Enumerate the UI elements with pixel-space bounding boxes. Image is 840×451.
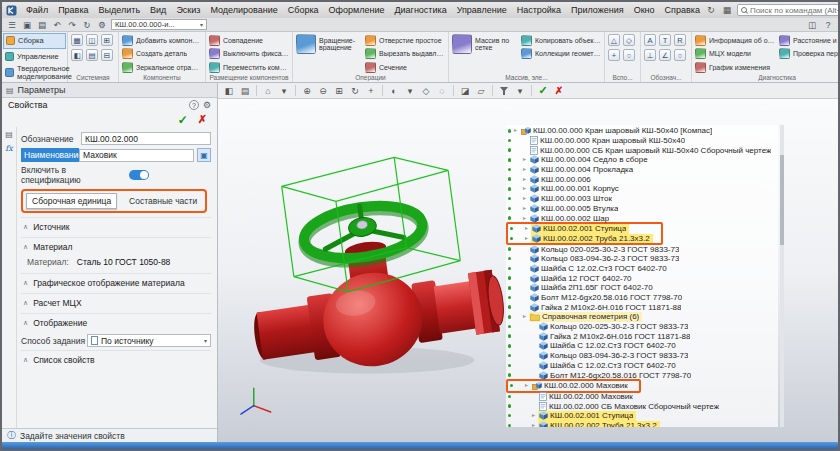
undo-icon[interactable]: ↶ xyxy=(51,19,63,31)
orientation-icon[interactable]: ⌂ xyxy=(261,84,275,97)
include-in-spec-toggle[interactable] xyxy=(129,170,149,180)
section-material-graphic[interactable]: ∧ Графическое отображение материала xyxy=(21,273,211,291)
tree-item[interactable]: ▸КШ.00.00.003 Шток xyxy=(506,194,778,204)
hidden-lines-icon[interactable]: ◌ xyxy=(435,84,449,97)
zoom-fit-icon[interactable]: ⊞ xyxy=(332,84,346,97)
gear-icon[interactable]: ⚙ xyxy=(203,100,211,110)
ribbon-button[interactable]: Вращение-вращение xyxy=(296,34,361,54)
ribbon-button[interactable]: Копировать объекты xyxy=(521,34,601,47)
tree-item[interactable]: Шайба С 12.02.Ст3 ГОСТ 6402-70 xyxy=(506,264,778,274)
apply-button[interactable]: ✓ xyxy=(178,113,188,127)
ribbon-button[interactable]: Совпадение xyxy=(209,34,289,47)
menu-item[interactable]: Управление xyxy=(452,4,512,16)
ribbon-icon-∠[interactable]: ∠ xyxy=(659,49,671,61)
ribbon-button[interactable]: Выключить фиксацию xyxy=(209,48,289,61)
ribbon-icon-⊟[interactable]: ⊟ xyxy=(101,49,113,61)
method-combo[interactable]: По источнику ▾ xyxy=(87,334,211,347)
ribbon-button[interactable]: Отверстие простое xyxy=(365,34,445,47)
tree-item[interactable]: Кольцо 083-094-36-2-3 ГОСТ 9833-73 xyxy=(506,254,778,264)
tree-item[interactable]: Кольцо 020-025-30-2-3 ГОСТ 9833-73 xyxy=(506,244,778,254)
menu-item[interactable]: Моделирование xyxy=(205,4,282,16)
tree-item[interactable]: Шайба С 12.02.Ст3 ГОСТ 6402-70 xyxy=(506,361,778,371)
ribbon-button[interactable]: Переместить компонент xyxy=(209,61,289,74)
app-menu-icon[interactable]: ☰ xyxy=(6,19,18,31)
scheme-icon[interactable]: ▤ xyxy=(5,130,13,139)
component-parts-button[interactable]: Составные части xyxy=(124,194,202,208)
menu-item[interactable]: Эскиз xyxy=(171,4,205,16)
abort-icon[interactable]: ✗ xyxy=(552,84,566,97)
ribbon-tab[interactable]: Сборка xyxy=(3,33,66,49)
ribbon-icon-◧[interactable]: ◧ xyxy=(71,49,83,61)
ribbon-icon-▤[interactable]: ▤ xyxy=(86,49,98,61)
tree-item[interactable]: ▸КШ.00.00.002 Шар xyxy=(506,213,778,223)
section-view-icon[interactable]: ◪ xyxy=(458,84,472,97)
scene[interactable]: ▸КШ.00.00.000 Кран шаровый КШ-50х40 [Ком… xyxy=(218,99,838,442)
tree-item[interactable]: ▸КШ.00.00.004 Седло в сборе xyxy=(506,155,778,165)
tree-item[interactable]: Шайба С 12.02.Ст3 ГОСТ 6402-70 xyxy=(506,341,778,351)
ribbon-icon-⊞[interactable]: ⊞ xyxy=(101,34,113,46)
refresh-icon[interactable]: ↻ xyxy=(81,19,93,31)
section-source[interactable]: ∧ Источник xyxy=(21,217,211,235)
menu-item[interactable]: Окно xyxy=(629,4,660,16)
tree-item[interactable]: КШ.00.00.000 Кран шаровый КШ-50х40 xyxy=(506,136,778,146)
orientation-dropdown-icon[interactable]: ▾ xyxy=(277,84,291,97)
menu-item[interactable]: Диагностика xyxy=(389,4,451,16)
ribbon-tab[interactable]: Управление xyxy=(3,50,66,64)
ribbon-button[interactable]: Добавить компонент из... xyxy=(122,34,202,47)
fx-button[interactable]: fx xyxy=(5,144,12,153)
ribbon-button[interactable]: Вырезать выдавливанием xyxy=(365,48,445,61)
ribbon-button[interactable]: Коллекции геометрии xyxy=(521,48,601,61)
handwheel[interactable] xyxy=(301,198,426,269)
document-combo[interactable]: КШ.00.00.000-и... ▾ xyxy=(111,19,207,30)
ribbon-button[interactable]: Массив по сетке xyxy=(452,34,517,54)
zoom-out-icon[interactable]: ⊖ xyxy=(316,84,330,97)
ribbon-icon-◫[interactable]: ◫ xyxy=(86,34,98,46)
ribbon-button[interactable]: Зеркальное отражение ко... xyxy=(122,61,202,74)
ribbon-icon-R[interactable]: R xyxy=(674,34,686,46)
ribbon-button[interactable]: Проверка пересечений xyxy=(779,48,838,61)
confirm-icon[interactable]: ✓ xyxy=(536,84,550,97)
tree-item[interactable]: Шайба 12 ГОСТ 6402-70 xyxy=(506,273,778,283)
zoom-in-icon[interactable]: ⊕ xyxy=(300,84,314,97)
tree-item[interactable]: ▸КШ.00.02.001 Ступица xyxy=(508,224,653,234)
name-picker-button[interactable]: ▣ xyxy=(197,148,211,162)
display-shaded-icon[interactable]: ◐ xyxy=(387,84,401,97)
ribbon-icon-▦[interactable]: ▦ xyxy=(71,34,83,46)
section-display[interactable]: ∧ Отображение xyxy=(21,313,211,331)
designation-field[interactable]: КШ.00.02.000 xyxy=(81,132,211,145)
tree-item[interactable]: КШ.00.02.000 СБ Маховик Сборочный чертеж xyxy=(506,401,778,411)
settings-icon[interactable]: ⚙ xyxy=(96,19,108,31)
menu-item[interactable]: Файл xyxy=(21,4,53,16)
ribbon-button[interactable]: Сечение xyxy=(365,61,445,74)
open-icon[interactable]: ▤ xyxy=(36,19,48,31)
tree-item[interactable]: Гайка 2 М10х2-6Н.016 ГОСТ 11871-88 xyxy=(506,302,778,312)
tree-item[interactable]: ▸КШ.00.00.001 Корпус xyxy=(506,184,778,194)
tree-item[interactable]: ▸КШ.00.00.004 Прокладка xyxy=(506,165,778,175)
help-icon[interactable]: ? xyxy=(189,100,199,110)
tree-item[interactable]: ▸КШ.00.00.006 xyxy=(506,174,778,184)
command-search[interactable] xyxy=(737,4,840,16)
ribbon-icon-◇[interactable]: ◇ xyxy=(623,34,635,46)
tree-item[interactable]: Кольцо 020-025-30-2-3 ГОСТ 9833-73 xyxy=(506,322,778,332)
window-layout-icon[interactable]: ◫ xyxy=(806,19,818,31)
display-dropdown-icon[interactable]: ▾ xyxy=(403,84,417,97)
tree-item[interactable]: ▸КШ.00.00.005 Втулка xyxy=(506,204,778,214)
tree-item[interactable]: Шайба 2П1.65Г ГОСТ 6402-70 xyxy=(506,283,778,293)
sync-icon[interactable]: ↻ xyxy=(705,4,717,16)
tree-item[interactable]: КШ.00.00.000 СБ Кран шаровый КШ-50х40 Сб… xyxy=(506,145,778,155)
clip-icon[interactable]: ▱ xyxy=(474,84,488,97)
cancel-button[interactable]: ✗ xyxy=(198,113,207,126)
menu-item[interactable]: Справка xyxy=(660,4,705,16)
menu-item[interactable]: Настройка xyxy=(512,4,566,16)
menu-item[interactable]: Оформление xyxy=(324,4,390,16)
filter-dropdown-icon[interactable]: ▾ xyxy=(513,84,527,97)
menu-item[interactable]: Сборка xyxy=(283,4,324,16)
tree-item[interactable]: ▸КШ.00.02.002 Труба 21.3x3.2 xyxy=(508,234,653,244)
tree-item[interactable]: Гайка 2 М10х2-6Н.016 ГОСТ 11871-88 xyxy=(506,331,778,341)
help-icon[interactable]: ? xyxy=(822,19,834,31)
ribbon-icon-Т[interactable]: Т xyxy=(659,34,671,46)
grid-icon[interactable]: ▦ xyxy=(721,4,733,16)
assembly-unit-button[interactable]: Сборочная единица xyxy=(26,193,117,209)
wireframe-icon[interactable]: ◇ xyxy=(419,84,433,97)
tree-item[interactable]: Кольцо 083-094-36-2-3 ГОСТ 9833-73 xyxy=(506,351,778,361)
